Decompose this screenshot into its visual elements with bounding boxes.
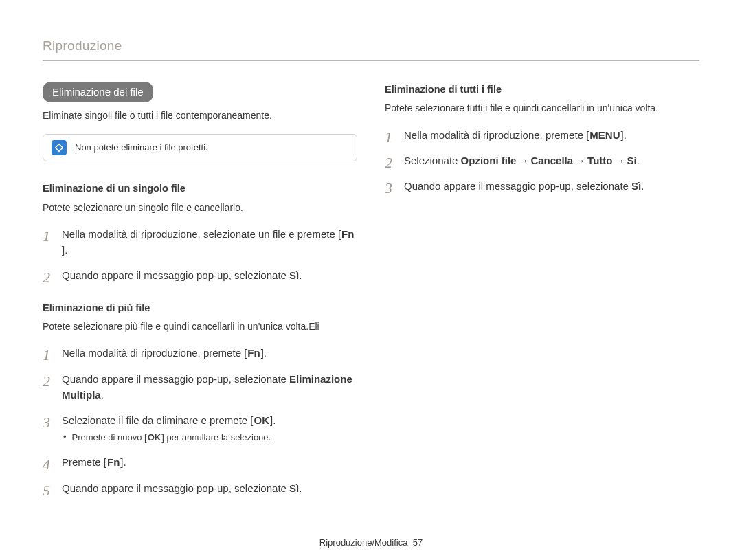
step-text: Premete [	[62, 456, 106, 468]
subhead-single: Eliminazione di un singolo file	[43, 181, 357, 197]
step-text: ].	[620, 129, 626, 141]
topic-pill: Eliminazione dei file	[43, 82, 153, 102]
step-number: 3	[385, 177, 392, 200]
sub-text: Premete di nuovo [	[72, 432, 147, 443]
arrow-icon: →	[573, 155, 587, 166]
footer-label: Riproduzione/Modifica	[319, 537, 408, 548]
step: 3 Quando appare il messaggio pop-up, sel…	[385, 178, 699, 194]
step-text: Quando appare il messaggio pop-up, selez…	[62, 482, 289, 494]
step: 1 Nella modalità di riproduzione, premet…	[385, 127, 699, 143]
left-column: Eliminazione dei file Eliminate singoli …	[43, 82, 357, 513]
step-bold: Cancella	[530, 155, 573, 166]
step-text: ].	[261, 347, 267, 359]
content-columns: Eliminazione dei file Eliminate singoli …	[43, 82, 699, 513]
key-menu: MENU	[589, 127, 620, 143]
step: 2 Quando appare il messaggio pop-up, sel…	[43, 371, 357, 403]
step-text: .	[637, 155, 640, 166]
steps-single: 1 Nella modalità di riproduzione, selezi…	[43, 226, 357, 284]
step: 4 Premete [Fn].	[43, 454, 357, 470]
step: 1 Nella modalità di riproduzione, premet…	[43, 345, 357, 361]
key-fn: Fn	[106, 454, 120, 470]
step-text: .	[101, 389, 104, 401]
step-number: 1	[385, 126, 392, 149]
step: 3 Selezionate il file da eliminare e pre…	[43, 412, 357, 445]
desc-multi: Potete selezionare più file e quindi can…	[43, 319, 357, 334]
step: 5 Quando appare il messaggio pop-up, sel…	[43, 480, 357, 496]
desc-all: Potete selezionare tutti i file e quindi…	[385, 100, 699, 115]
right-column: Eliminazione di tutti i file Potete sele…	[385, 82, 699, 513]
step-text: Nella modalità di riproduzione, premete …	[62, 347, 247, 359]
step-text: Nella modalità di riproduzione, premete …	[404, 129, 589, 141]
step-number: 5	[43, 479, 50, 502]
step-number: 1	[43, 344, 50, 367]
step-text: ].	[120, 456, 126, 468]
step-text: Selezionate	[404, 155, 461, 166]
sub-text: ] per annullare la selezione.	[161, 432, 271, 443]
arrow-icon: →	[612, 155, 627, 166]
page-footer: Riproduzione/Modifica 57	[0, 537, 742, 548]
step-bold: Sì	[289, 482, 299, 494]
step-text: ].	[270, 414, 276, 426]
info-icon	[52, 140, 67, 155]
key-fn: Fn	[341, 226, 355, 242]
step-bold: Opzioni file	[461, 155, 517, 166]
step-bold: Sì	[289, 269, 299, 281]
info-callout: Non potete eliminare i file protetti.	[43, 134, 357, 161]
key-fn: Fn	[247, 345, 260, 361]
step-number: 2	[385, 151, 392, 175]
step-bold: Tutto	[587, 155, 612, 166]
step: 1 Nella modalità di riproduzione, selezi…	[43, 226, 357, 258]
step: 2 Quando appare il messaggio pop-up, sel…	[43, 267, 357, 283]
arrow-icon: →	[516, 155, 530, 166]
sub-bullet: Premete di nuovo [OK] per annullare la s…	[62, 431, 357, 445]
step-bold: Sì	[627, 155, 636, 166]
step-bold: Sì	[631, 180, 641, 192]
step-number: 2	[43, 370, 50, 393]
step-text: .	[299, 482, 302, 494]
section-title: Riproduzione	[43, 38, 699, 54]
info-text: Non potete eliminare i file protetti.	[75, 141, 208, 155]
step-number: 4	[43, 453, 50, 476]
step-text: Selezionate il file da eliminare e preme…	[62, 414, 253, 426]
steps-multi: 1 Nella modalità di riproduzione, premet…	[43, 345, 357, 496]
step-number: 1	[43, 225, 50, 248]
desc-single: Potete selezionare un singolo file e can…	[43, 200, 357, 215]
step-text: .	[299, 269, 302, 281]
subhead-multi: Eliminazione di più file	[43, 300, 357, 316]
step-text: Quando appare il messaggio pop-up, selez…	[62, 269, 289, 281]
step: 2 Selezionate Opzioni file→Cancella→Tutt…	[385, 153, 699, 168]
key-ok: OK	[253, 412, 270, 428]
intro-text: Eliminate singoli file o tutti i file co…	[43, 108, 357, 123]
divider	[43, 60, 699, 61]
step-text: ].	[62, 244, 67, 256]
step-text: Quando appare il messaggio pop-up, selez…	[62, 373, 289, 385]
steps-all: 1 Nella modalità di riproduzione, premet…	[385, 127, 699, 194]
manual-page: Riproduzione Eliminazione dei file Elimi…	[0, 0, 742, 560]
step-number: 2	[43, 266, 50, 289]
step-number: 3	[43, 411, 50, 434]
key-ok: OK	[147, 431, 162, 445]
subhead-all: Eliminazione di tutti i file	[385, 82, 699, 98]
step-text: Quando appare il messaggio pop-up, selez…	[404, 180, 631, 192]
step-text: Nella modalità di riproduzione, selezion…	[62, 228, 341, 240]
step-text: .	[641, 180, 644, 192]
page-number: 57	[413, 537, 423, 548]
